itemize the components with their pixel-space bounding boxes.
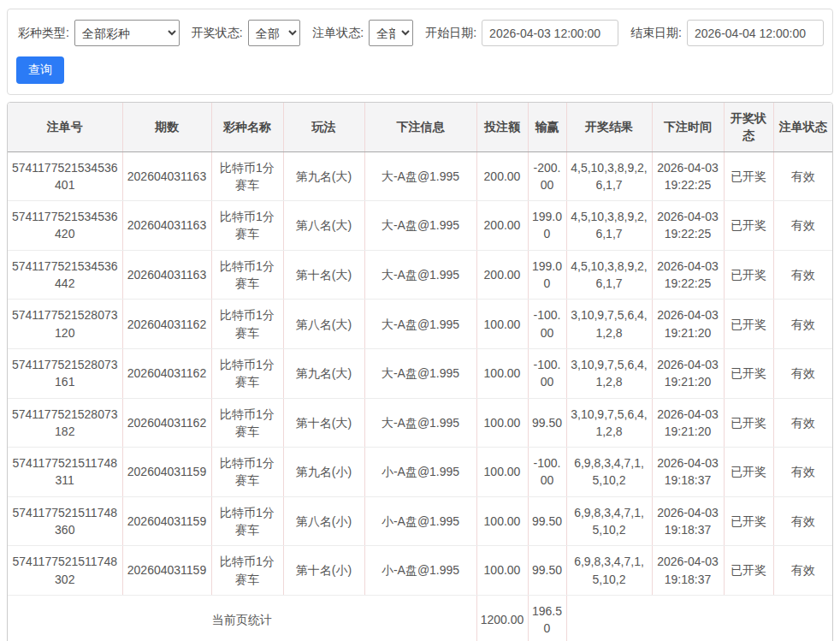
- header-draw-result: 开奖结果: [566, 103, 652, 151]
- bet-info-cell: 小-A盘@1.995: [364, 546, 476, 596]
- bet-amount-cell: 100.00: [476, 496, 528, 546]
- draw-status-cell: 已开奖: [724, 496, 773, 546]
- table-row: 5741177521511748311 202604031159 比特币1分赛车…: [8, 448, 832, 497]
- period-cell: 202604031162: [122, 300, 211, 349]
- draw-result-cell: 4,5,10,3,8,9,2,6,1,7: [566, 151, 652, 201]
- table-body: 5741177521534536401 202604031163 比特币1分赛车…: [8, 151, 832, 595]
- bet-amount-cell: 100.00: [476, 546, 528, 596]
- draw-status-cell: 已开奖: [724, 398, 773, 448]
- bet-amount-cell: 200.00: [476, 201, 528, 251]
- filter-panel: 彩种类型: 全部彩种 开奖状态: 全部 注单状态: 全部 开始日期: 结束日期:…: [7, 9, 833, 95]
- bet-amount-cell: 100.00: [476, 300, 528, 349]
- bet-info-cell: 大-A盘@1.995: [364, 201, 476, 251]
- draw-status-select[interactable]: 全部: [248, 20, 301, 46]
- table-row: 5741177521511748360 202604031159 比特币1分赛车…: [8, 496, 832, 546]
- end-date-input[interactable]: [687, 20, 824, 46]
- play-method-cell: 第九名(大): [283, 151, 364, 201]
- bet-amount-cell: 100.00: [476, 398, 528, 448]
- period-cell: 202604031159: [122, 546, 211, 596]
- order-status-select[interactable]: 全部: [369, 20, 413, 46]
- bet-amount-cell: 200.00: [476, 151, 528, 201]
- bet-time-cell: 2026-04-03 19:22:25: [652, 201, 724, 251]
- lottery-name-cell: 比特币1分赛车: [211, 300, 283, 349]
- lottery-name-cell: 比特币1分赛车: [211, 348, 283, 398]
- lottery-type-select[interactable]: 全部彩种: [74, 20, 180, 46]
- lottery-name-cell: 比特币1分赛车: [211, 250, 283, 300]
- period-cell: 202604031163: [122, 250, 211, 300]
- win-loss-cell: -100.00: [528, 448, 566, 497]
- header-bet-amount: 投注额: [476, 103, 528, 151]
- win-loss-cell: -200.00: [528, 151, 566, 201]
- draw-result-cell: 6,9,8,3,4,7,1,5,10,2: [566, 448, 652, 497]
- bet-id-cell: 5741177521528073120: [8, 300, 122, 349]
- lottery-type-label: 彩种类型:: [18, 26, 69, 41]
- filter-row: 彩种类型: 全部彩种 开奖状态: 全部 注单状态: 全部 开始日期: 结束日期:: [16, 20, 824, 46]
- bet-amount-cell: 100.00: [476, 348, 528, 398]
- draw-status-label: 开奖状态:: [192, 26, 243, 41]
- draw-result-cell: 3,10,9,7,5,6,4,1,2,8: [566, 300, 652, 349]
- lottery-name-cell: 比特币1分赛车: [211, 398, 283, 448]
- page-stats-row: 当前页统计 1200.00 196.50: [8, 595, 832, 641]
- order-status-cell: 有效: [773, 250, 832, 300]
- header-draw-status: 开奖状态: [724, 103, 773, 151]
- draw-status-cell: 已开奖: [724, 250, 773, 300]
- draw-status-cell: 已开奖: [724, 151, 773, 201]
- win-loss-cell: 199.00: [528, 250, 566, 300]
- page: 彩种类型: 全部彩种 开奖状态: 全部 注单状态: 全部 开始日期: 结束日期:…: [0, 0, 840, 641]
- table-row: 5741177521534536442 202604031163 比特币1分赛车…: [8, 250, 832, 300]
- win-loss-cell: -100.00: [528, 348, 566, 398]
- query-button[interactable]: 查询: [16, 56, 64, 84]
- bet-time-cell: 2026-04-03 19:18:37: [652, 546, 724, 596]
- bet-info-cell: 小-A盘@1.995: [364, 448, 476, 497]
- play-method-cell: 第十名(小): [283, 546, 364, 596]
- table-row: 5741177521528073182 202604031162 比特币1分赛车…: [8, 398, 832, 448]
- bet-amount-cell: 100.00: [476, 448, 528, 497]
- play-method-cell: 第八名(小): [283, 496, 364, 546]
- bet-amount-cell: 200.00: [476, 250, 528, 300]
- table-row: 5741177521528073161 202604031162 比特币1分赛车…: [8, 348, 832, 398]
- page-stats-winloss-total: 196.50: [528, 595, 566, 641]
- table-header: 注单号 期数 彩种名称 玩法 下注信息 投注额 输赢 开奖结果 下注时间 开奖状…: [8, 103, 832, 151]
- period-cell: 202604031162: [122, 398, 211, 448]
- header-bet-id: 注单号: [8, 103, 122, 151]
- bet-time-cell: 2026-04-03 19:18:37: [652, 448, 724, 497]
- header-lottery-name: 彩种名称: [211, 103, 283, 151]
- bet-time-cell: 2026-04-03 19:21:20: [652, 300, 724, 349]
- bet-id-cell: 5741177521511748360: [8, 496, 122, 546]
- period-cell: 202604031159: [122, 496, 211, 546]
- draw-result-cell: 6,9,8,3,4,7,1,5,10,2: [566, 546, 652, 596]
- bet-info-cell: 大-A盘@1.995: [364, 151, 476, 201]
- draw-result-cell: 4,5,10,3,8,9,2,6,1,7: [566, 250, 652, 300]
- win-loss-cell: 99.50: [528, 496, 566, 546]
- order-status-cell: 有效: [773, 398, 832, 448]
- bet-time-cell: 2026-04-03 19:21:20: [652, 398, 724, 448]
- order-status-cell: 有效: [773, 151, 832, 201]
- page-stats-label: 当前页统计: [8, 595, 476, 641]
- period-cell: 202604031159: [122, 448, 211, 497]
- order-status-cell: 有效: [773, 201, 832, 251]
- win-loss-cell: 99.50: [528, 398, 566, 448]
- order-status-cell: 有效: [773, 300, 832, 349]
- play-method-cell: 第八名(大): [283, 201, 364, 251]
- lottery-name-cell: 比特币1分赛车: [211, 546, 283, 596]
- draw-status-cell: 已开奖: [724, 348, 773, 398]
- table-row: 5741177521511748302 202604031159 比特币1分赛车…: [8, 546, 832, 596]
- win-loss-cell: -100.00: [528, 300, 566, 349]
- start-date-input[interactable]: [482, 20, 618, 46]
- order-status-cell: 有效: [773, 496, 832, 546]
- draw-status-cell: 已开奖: [724, 300, 773, 349]
- bet-id-cell: 5741177521511748302: [8, 546, 122, 596]
- lottery-name-cell: 比特币1分赛车: [211, 496, 283, 546]
- records-table: 注单号 期数 彩种名称 玩法 下注信息 投注额 输赢 开奖结果 下注时间 开奖状…: [8, 103, 832, 641]
- play-method-cell: 第十名(大): [283, 398, 364, 448]
- bet-time-cell: 2026-04-03 19:22:25: [652, 250, 724, 300]
- table-footer: 当前页统计 1200.00 196.50 总统计 1200.00 196.50: [8, 595, 832, 641]
- draw-status-cell: 已开奖: [724, 546, 773, 596]
- win-loss-cell: 199.00: [528, 201, 566, 251]
- draw-result-cell: 3,10,9,7,5,6,4,1,2,8: [566, 348, 652, 398]
- header-bet-time: 下注时间: [652, 103, 724, 151]
- bet-id-cell: 5741177521534536420: [8, 201, 122, 251]
- bet-id-cell: 5741177521528073182: [8, 398, 122, 448]
- order-status-label: 注单状态:: [312, 26, 364, 41]
- header-bet-info: 下注信息: [364, 103, 476, 151]
